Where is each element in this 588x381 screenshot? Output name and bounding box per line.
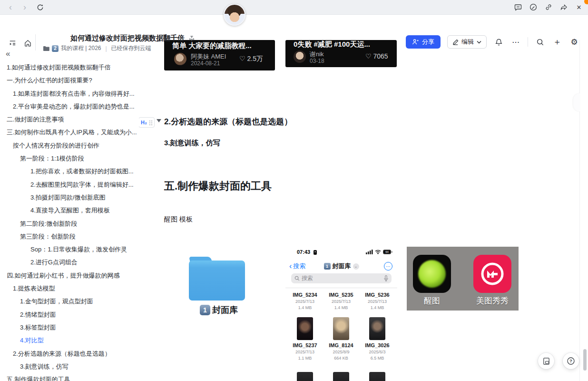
card-likes: ♡ 7065	[365, 52, 388, 60]
copy-link-icon[interactable]	[543, 2, 554, 12]
folder-icon	[43, 46, 49, 51]
outline-item[interactable]: 2.情绪型封面	[0, 308, 139, 321]
file-date: 2025/7/13	[323, 299, 359, 304]
page-title-text: 如何通过修改封面把视频数据翻千倍	[70, 34, 185, 43]
phone-screenshot-image[interactable]: 07:43 64 ‹搜索 1 封面库 ⌄ ⋯ 搜索 IMG_52342025/7…	[285, 247, 397, 381]
outline-item[interactable]: 四.如何通过刷小红书，提升做爆款的网感	[0, 269, 139, 282]
outline-item[interactable]: 2.去醒图里找同款字体，提前编辑好...	[0, 178, 139, 191]
note-card-image-1[interactable]: 简单 大家要的减脂教程... 阿美妹 AMEI 2024-08-21 ♡ 2.5…	[164, 40, 275, 70]
note-card-image-2[interactable]: 0失败 #减肥 #100天运... 谢nik 03-18 ♡ 7065	[285, 40, 397, 67]
chevron-down-icon	[477, 40, 481, 44]
file-item: IMG_81242025/8/9664 KB	[323, 317, 359, 361]
outline-item[interactable]: 1.把你喜欢，或者数据好的封面截图...	[0, 165, 139, 178]
close-window-icon[interactable]: ✕	[574, 2, 584, 12]
outline-item[interactable]: 1.提炼表达模型	[0, 282, 139, 295]
more-options-icon[interactable]: ⋯	[510, 37, 521, 47]
browser-forward-button[interactable]: ›	[19, 1, 30, 13]
outline-item[interactable]: 2.平台审美是动态的，爆款封面的趋势也是...	[0, 100, 139, 113]
heading-cover-tools: 五.制作爆款封面的工具	[164, 179, 272, 193]
outline-toggle-icon[interactable]	[7, 37, 18, 49]
browser-refresh-button[interactable]	[34, 1, 46, 13]
pin-icon[interactable]	[188, 35, 195, 42]
folder-body	[189, 261, 245, 301]
folder-number-badge: 2	[52, 45, 59, 52]
outline-list: 1.如何通过修改封面把视频数据翻千倍一.为什么小红书的封面很重要?1.如果连封面…	[0, 61, 139, 381]
file-size: 664 KB	[323, 356, 359, 361]
outline-item[interactable]: 4.直接导入至醒图，套用模板	[0, 204, 139, 217]
collapse-heading-icon[interactable]	[157, 119, 161, 122]
heading-analyze-topics: H₂ 2.分析选题的来源（标题也是选题）	[164, 116, 292, 127]
outline-item[interactable]: Sop：1.日常收集爆款，激发创作灵	[0, 243, 139, 256]
outline-item[interactable]: 3.刻意训练，仿写	[0, 360, 139, 373]
outline-item[interactable]: 2.进行G点词组合	[0, 256, 139, 269]
file-name: IMG_3026	[359, 342, 395, 348]
file-date: 2025/6/3	[359, 350, 395, 354]
home-icon[interactable]	[22, 37, 33, 49]
share-people-icon	[412, 39, 419, 45]
card-date: 2024-08-21	[191, 60, 220, 67]
block-type-handle[interactable]: H₂	[138, 117, 155, 128]
page-title: 如何通过修改封面把视频数据翻千倍	[70, 34, 195, 43]
file-item: IMG_52342025/7/131.4 MB	[287, 292, 323, 310]
file-size: 1.4 MB	[287, 305, 323, 310]
edit-button[interactable]: 编辑	[447, 35, 487, 49]
outline-item[interactable]: 4.对比型	[0, 334, 139, 347]
share-button-label: 分享	[422, 38, 434, 46]
outline-item[interactable]: 1.如果连封面都没有点击率，内容做得再好...	[0, 87, 139, 100]
edit-pencil-icon	[452, 39, 459, 45]
file-date: 2025/7/13	[287, 350, 323, 354]
share-button[interactable]: 分享	[406, 35, 441, 49]
user-avatar[interactable]	[224, 4, 245, 26]
paragraph-text: 醒图 模板	[164, 215, 193, 223]
file-thumbnail	[333, 372, 349, 381]
vertical-scrollbar[interactable]	[583, 349, 587, 371]
wifi-icon	[375, 250, 381, 254]
outline-item[interactable]: 2.分析选题的来源（标题也是选题）	[0, 347, 139, 360]
settings-gear-icon[interactable]: ⚙	[569, 37, 579, 47]
card-date: 03-18	[310, 58, 324, 64]
outline-item[interactable]: 第一阶段：1:1模仿阶段	[0, 152, 139, 165]
outline-item[interactable]: 三.如何制作出既具有个人IP风格，又能成为小...	[0, 126, 139, 139]
file-date: 2025/7/13	[287, 299, 323, 304]
breadcrumb[interactable]: 2 我的课程 | 2026 | 已经保存到云端	[43, 44, 151, 52]
share-forward-icon[interactable]	[559, 2, 569, 12]
browser-back-button[interactable]: ‹	[5, 1, 16, 13]
notifications-bell-icon[interactable]	[493, 37, 504, 47]
heart-icon: ♡	[239, 55, 245, 62]
phone-status-icon	[314, 250, 317, 255]
outline-item[interactable]: 按个人情况有分阶段的进行创作	[0, 139, 139, 152]
card-like-count: 2.5万	[247, 55, 263, 62]
outline-item[interactable]: 第二阶段:微创新阶段	[0, 217, 139, 230]
card-title: 0失败 #减肥 #100天运...	[294, 40, 370, 49]
collapse-sidebar-icon[interactable]: «	[6, 50, 10, 58]
outline-item[interactable]: 1.金句型封面，观点型封面	[0, 295, 139, 308]
file-size: 1.4 MB	[323, 305, 359, 310]
outline-item[interactable]: 3.标签型封面	[0, 321, 139, 334]
card-like-count: 7065	[373, 52, 388, 60]
svg-text:64: 64	[385, 251, 389, 253]
side-panel-handle[interactable]	[573, 93, 580, 111]
file-thumbnail	[297, 372, 313, 381]
file-thumbnail	[297, 317, 313, 340]
outline-item[interactable]: 五.制作爆款封面的工具	[0, 373, 139, 381]
apps-screenshot-image[interactable]: 醒图 美图秀秀	[407, 247, 519, 311]
folder-name: 封面库	[212, 304, 238, 316]
drag-handle-icon[interactable]	[149, 120, 152, 125]
help-button[interactable]: ?	[563, 353, 579, 369]
outline-item[interactable]: 二.做封面的注意事项	[0, 113, 139, 126]
phone-time: 07:43	[297, 249, 310, 255]
catalog-note-button[interactable]	[538, 353, 554, 369]
outline-item[interactable]: 3.拍摄封面同款/微创新底图	[0, 191, 139, 204]
comment-bubble-icon[interactable]	[513, 2, 523, 12]
outline-item[interactable]: 1.如何通过修改封面把视频数据翻千倍	[0, 61, 139, 74]
create-new-icon[interactable]: ＋	[552, 37, 562, 47]
outline-item[interactable]: 一.为什么小红书的封面很重要?	[0, 74, 139, 87]
outline-item[interactable]: 第三阶段：创新阶段	[0, 230, 139, 243]
file-item: IMG_52372025/7/131.1 MB	[287, 317, 323, 361]
card-author-avatar	[294, 50, 306, 63]
folder-number-badge: 1	[200, 305, 210, 315]
folder-image[interactable]: 1 封面库	[183, 255, 255, 324]
search-icon[interactable]	[535, 37, 545, 47]
card-author-avatar	[174, 53, 186, 65]
annotate-pencil-icon[interactable]	[528, 2, 539, 12]
